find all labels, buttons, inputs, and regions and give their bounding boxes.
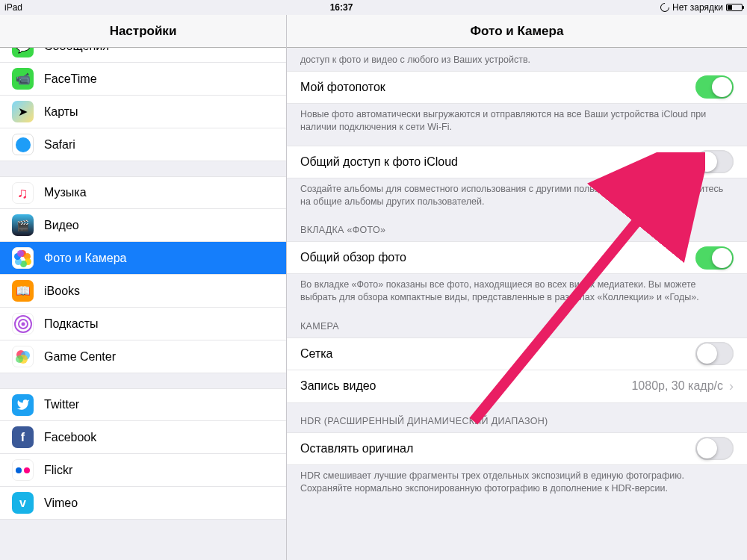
podcasts-icon (12, 313, 34, 335)
record-video-label: Запись видео (300, 379, 631, 393)
battery-icon (726, 4, 743, 11)
sidebar-item-facebook[interactable]: fFacebook (0, 421, 286, 454)
svg-point-9 (16, 355, 23, 363)
sidebar-item-label: Видео (44, 219, 79, 232)
sidebar-item-label: Сообщения (44, 48, 109, 53)
sidebar-item-maps[interactable]: ➤Карты (0, 96, 286, 128)
sidebar-item-label: iBooks (44, 284, 80, 298)
hdr-header: HDR (РАСШИРЕННЫЙ ДИНАМИЧЕСКИЙ ДИАПАЗОН) (287, 403, 747, 432)
camera-header: КАМЕРА (287, 308, 747, 337)
sidebar-item-vimeo[interactable]: vVimeo (0, 487, 286, 520)
sync-icon (659, 1, 672, 14)
sidebar-item-label: FaceTime (44, 72, 97, 86)
vimeo-icon: v (12, 492, 34, 514)
status-bar: iPad 16:37 Нет зарядки (0, 0, 747, 15)
my-photostream-label: Мой фотопоток (300, 81, 695, 94)
record-video-row[interactable]: Запись видео 1080p, 30 кадр/с › (287, 370, 747, 403)
content-body[interactable]: доступ к фото и видео с любого из Ваших … (287, 48, 747, 560)
icloud-sharing-toggle[interactable] (695, 150, 734, 173)
status-charging: Нет зарядки (672, 2, 723, 13)
summarize-photos-toggle[interactable] (695, 246, 734, 270)
ibooks-icon: 📖 (12, 280, 34, 302)
twitter-icon (12, 394, 34, 416)
flickr-icon (12, 459, 34, 481)
facebook-icon: f (12, 426, 34, 448)
summarize-photos-footer: Во вкладке «Фото» показаны все фото, нах… (287, 274, 747, 308)
summarize-photos-label: Общий обзор фото (300, 251, 695, 264)
svg-point-5 (21, 322, 25, 326)
sidebar-item-ibooks[interactable]: 📖iBooks (0, 275, 286, 308)
sidebar-item-video[interactable]: 🎬Видео (0, 209, 286, 242)
sidebar-item-gamecenter[interactable]: Game Center (0, 340, 286, 373)
grid-row[interactable]: Сетка (287, 337, 747, 370)
gamecenter-icon (12, 346, 34, 367)
sidebar-item-label: Twitter (44, 398, 79, 411)
photos-icon (12, 247, 34, 269)
keep-original-toggle[interactable] (695, 437, 734, 460)
icloud-library-footer-truncated: доступ к фото и видео с любого из Ваших … (287, 48, 747, 71)
sidebar-item-label: Vimeo (44, 497, 78, 510)
svg-point-0 (16, 137, 31, 152)
content-pane: Фото и Камера доступ к фото и видео с лю… (287, 15, 747, 560)
chevron-right-icon: › (729, 379, 734, 394)
status-time: 16:37 (22, 2, 660, 13)
sidebar-item-safari[interactable]: Safari (0, 128, 286, 161)
sidebar-list[interactable]: 💬Сообщения📹FaceTime➤КартыSafari♫Музыка🎬В… (0, 48, 286, 560)
messages-icon: 💬 (12, 48, 34, 57)
sidebar-item-label: Фото и Камера (44, 252, 127, 265)
sidebar-item-label: Safari (44, 138, 75, 152)
facetime-icon: 📹 (12, 68, 34, 90)
sidebar-item-facetime[interactable]: 📹FaceTime (0, 63, 286, 96)
grid-label: Сетка (300, 347, 695, 361)
my-photostream-row[interactable]: Мой фотопоток (287, 71, 747, 104)
my-photostream-footer: Новые фото автоматически выгружаются и о… (287, 104, 747, 138)
icloud-sharing-footer: Создайте альбомы для совместного использ… (287, 178, 747, 213)
sidebar-item-messages[interactable]: 💬Сообщения (0, 48, 286, 63)
safari-icon (12, 134, 34, 155)
video-icon: 🎬 (12, 214, 34, 236)
icloud-sharing-label: Общий доступ к фото iCloud (300, 155, 695, 169)
keep-original-row[interactable]: Оставлять оригинал (287, 432, 747, 465)
sidebar-item-label: Game Center (44, 350, 116, 364)
my-photostream-toggle[interactable] (695, 75, 734, 99)
sidebar-item-photos[interactable]: Фото и Камера (0, 242, 286, 275)
content-title: Фото и Камера (287, 15, 747, 48)
sidebar-item-label: Flickr (44, 464, 72, 477)
sidebar-item-music[interactable]: ♫Музыка (0, 176, 286, 209)
sidebar-item-flickr[interactable]: Flickr (0, 454, 286, 487)
photos-tab-header: ВКЛАДКА «ФОТО» (287, 212, 747, 241)
music-icon: ♫ (12, 182, 34, 204)
keep-original-label: Оставлять оригинал (300, 442, 695, 455)
hdr-footer: HDR смешивает лучшие фрагменты трех отде… (287, 465, 747, 500)
sidebar-item-twitter[interactable]: Twitter (0, 388, 286, 421)
sidebar-title: Настройки (0, 15, 286, 48)
summarize-photos-row[interactable]: Общий обзор фото (287, 241, 747, 274)
sidebar-item-label: Facebook (44, 431, 96, 444)
icloud-sharing-row[interactable]: Общий доступ к фото iCloud (287, 146, 747, 178)
sidebar-item-label: Карты (44, 105, 78, 119)
sidebar-item-label: Подкасты (44, 317, 98, 331)
settings-sidebar: Настройки 💬Сообщения📹FaceTime➤КартыSafar… (0, 15, 287, 560)
grid-toggle[interactable] (695, 342, 734, 365)
maps-icon: ➤ (12, 101, 34, 122)
sidebar-item-podcasts[interactable]: Подкасты (0, 308, 286, 340)
record-video-value: 1080p, 30 кадр/с (631, 379, 723, 393)
sidebar-item-label: Музыка (44, 186, 87, 199)
status-device: iPad (4, 2, 22, 13)
